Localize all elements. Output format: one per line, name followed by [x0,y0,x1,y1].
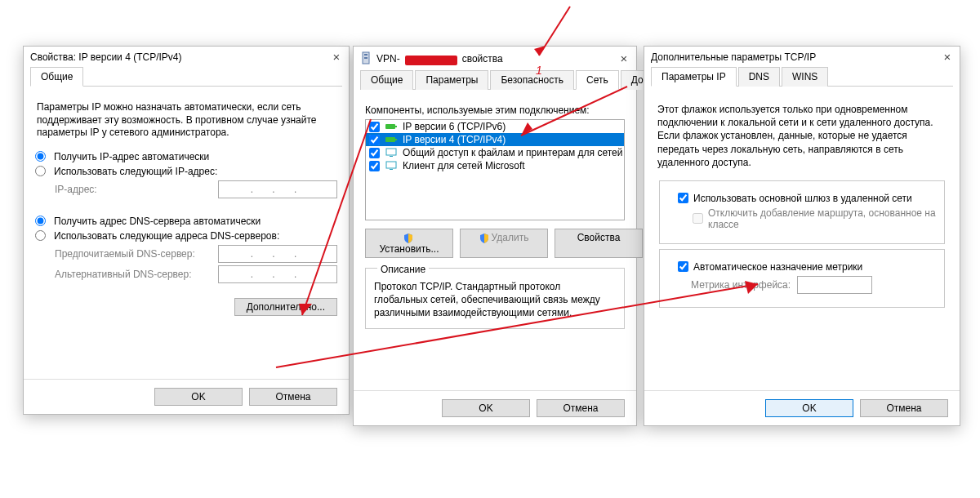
dns2-label: Альтернативный DNS-сервер: [55,269,212,280]
list-item-label: Общий доступ к файлам и принтерам для се… [403,147,624,158]
svg-rect-2 [364,57,368,59]
network-adapter-icon [385,135,398,145]
cancel-button[interactable]: Отмена [860,399,948,417]
close-icon[interactable]: × [942,51,953,63]
svg-rect-7 [386,149,396,155]
tab-general[interactable]: Общие [360,70,413,90]
metric-label: Метрика интерфейса: [691,279,791,291]
field-dns1: Предпочитаемый DNS-сервер: . . . [55,245,337,263]
radio-manual-ip-label: Использовать следующий IP-адрес: [54,166,217,177]
cancel-button[interactable]: Отмена [249,388,337,406]
metric-auto-checkbox[interactable] [678,261,688,272]
window-title-prefix: VPN- [376,53,400,64]
list-item-ms-client[interactable]: Клиент для сетей Microsoft [366,159,624,172]
list-item-ipv4-checkbox[interactable] [369,135,380,145]
gateway-checkbox[interactable] [678,193,688,203]
metric-input[interactable] [797,276,872,294]
tab-security[interactable]: Безопасность [490,70,574,90]
radio-auto-dns-input[interactable] [35,216,46,226]
gateway-sub-row: Отключить добавление маршрута, основанно… [693,207,936,230]
list-item-file-sharing[interactable]: Общий доступ к файлам и принтерам для се… [366,146,624,159]
close-icon[interactable]: × [331,51,342,63]
radio-auto-dns[interactable]: Получить адрес DNS-сервера автоматически [35,216,337,227]
modem-icon [360,51,372,66]
install-button-label: Установить... [380,243,439,255]
window-title: Свойства: IP версии 4 (TCP/IPv4) [30,51,182,63]
svg-rect-4 [395,126,397,127]
gateway-checkbox-label: Использовать основной шлюз в удаленной с… [693,193,912,204]
remove-button-label: Удалить [492,232,529,243]
radio-auto-ip[interactable]: Получить IP-адрес автоматически [35,151,337,162]
radio-auto-ip-label: Получить IP-адрес автоматически [54,151,209,162]
radio-manual-dns-input[interactable] [35,230,46,241]
radio-auto-ip-input[interactable] [35,151,46,162]
tab-wins[interactable]: WINS [782,67,828,87]
gateway-group: Использовать основной шлюз в удаленной с… [659,180,945,244]
titlebar[interactable]: Свойства: IP версии 4 (TCP/IPv4) × [24,47,349,66]
list-item-ipv6[interactable]: IP версии 6 (TCP/IPv6) [366,120,624,133]
install-button[interactable]: Установить... [365,229,453,258]
svg-rect-10 [390,169,393,170]
radio-manual-ip-input[interactable] [35,166,46,176]
components-listbox[interactable]: IP версии 6 (TCP/IPv6) IP версии 4 (TCP/… [365,119,625,220]
redacted-block [405,56,457,65]
titlebar[interactable]: Дополнительные параметры TCP/IP × [644,47,960,66]
window-title: Дополнительные параметры TCP/IP [651,51,816,63]
ok-button[interactable]: OK [442,399,530,417]
list-item-ipv6-checkbox[interactable] [369,122,380,132]
dns1-label: Предпочитаемый DNS-сервер: [55,248,212,260]
components-label: Компоненты, используемые этим подключени… [365,104,625,116]
radio-manual-dns-label: Использовать следующие адреса DNS-сервер… [54,230,279,242]
monitor-icon [385,148,398,158]
list-item-file-sharing-checkbox[interactable] [369,148,380,158]
tab-dns[interactable]: DNS [738,67,780,87]
tab-general[interactable]: Общие [30,67,83,87]
list-item-ms-client-checkbox[interactable] [369,161,380,171]
list-item-ipv4[interactable]: IP версии 4 (TCP/IPv4) [366,133,624,146]
ok-button[interactable]: OK [765,399,853,417]
dns1-input[interactable]: . . . [218,245,337,263]
gateway-sub-checkbox [693,213,703,224]
description-body: Протокол TCP/IP. Стандартный протокол гл… [374,280,616,320]
annotation-label-1: 1 [536,64,542,77]
shield-icon [479,233,489,243]
window-title-suffix: свойства [462,53,503,64]
field-ip-address: IP-адрес: . . . [55,180,337,198]
tab-network[interactable]: Сеть [576,70,619,90]
vpn-properties-window: VPN- свойства × Общие Параметры Безопасн… [353,46,637,426]
info-text: Параметры IP можно назначать автоматичес… [37,101,336,140]
monitor-icon [385,161,398,171]
list-item-label: IP версии 4 (TCP/IPv4) [403,134,506,145]
svg-rect-5 [385,137,395,142]
metric-value-row: Метрика интерфейса: [691,276,936,294]
tab-params[interactable]: Параметры [415,70,488,90]
tab-ip-params[interactable]: Параметры IP [651,67,737,87]
intro-text: Этот флажок используется только при одно… [657,103,947,169]
dns2-input[interactable]: . . . [218,265,337,283]
titlebar[interactable]: VPN- свойства × [354,47,636,69]
remove-button: Удалить [460,229,548,258]
cancel-button[interactable]: Отмена [537,399,625,417]
list-item-label: Клиент для сетей Microsoft [403,160,525,171]
field-dns2: Альтернативный DNS-сервер: . . . [55,265,337,283]
svg-rect-9 [386,162,396,168]
list-item-label: IP версии 6 (TCP/IPv6) [403,121,506,132]
gateway-sub-label: Отключить добавление маршрута, основанно… [708,207,936,230]
advanced-button[interactable]: Дополнительно... [234,298,337,316]
properties-button[interactable]: Свойства [555,229,643,258]
radio-manual-ip[interactable]: Использовать следующий IP-адрес: [35,166,337,177]
svg-rect-3 [385,124,395,129]
radio-manual-dns[interactable]: Использовать следующие адреса DNS-сервер… [35,230,337,242]
ip-address-label: IP-адрес: [55,184,212,195]
metric-auto-row[interactable]: Автоматическое назначение метрики [678,261,936,273]
ip-address-input[interactable]: . . . [218,180,337,198]
ok-button[interactable]: OK [154,388,243,406]
advanced-tcpip-window: Дополнительные параметры TCP/IP × Параме… [644,46,960,426]
svg-rect-6 [395,139,397,140]
shield-icon [403,233,413,243]
radio-auto-dns-label: Получить адрес DNS-сервера автоматически [54,216,261,227]
close-icon[interactable]: × [618,53,630,64]
metric-auto-label: Автоматическое назначение метрики [693,261,862,273]
metric-group: Автоматическое назначение метрики Метрик… [659,249,945,308]
gateway-checkbox-row[interactable]: Использовать основной шлюз в удаленной с… [678,193,936,204]
